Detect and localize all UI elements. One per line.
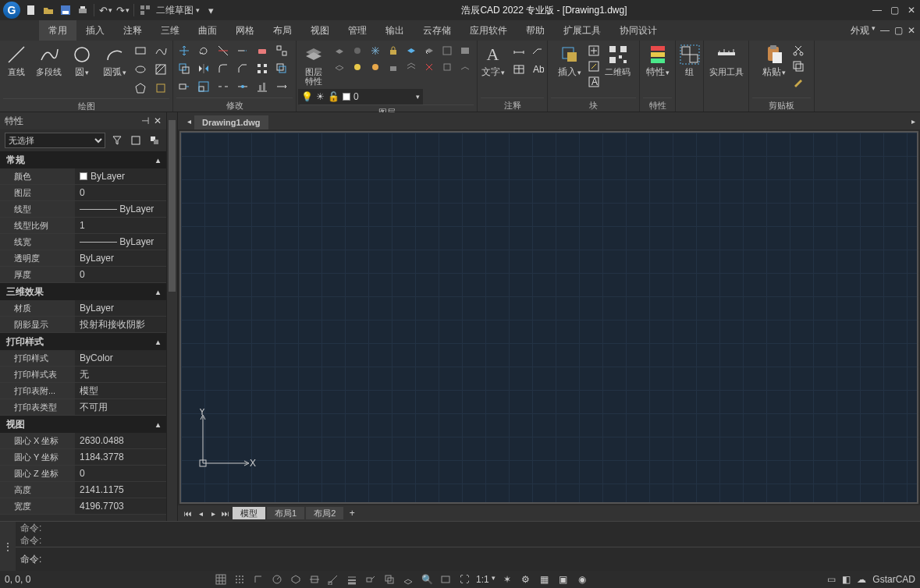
prop-value[interactable]: 2141.1175 (75, 482, 166, 498)
coordinates[interactable]: 0, 0, 0 (5, 574, 67, 585)
layer-prev-icon[interactable] (422, 44, 436, 58)
layer-off-icon[interactable] (350, 44, 364, 58)
copy-clip-icon[interactable] (791, 59, 805, 73)
prop-row[interactable]: 打印样式表无 (0, 367, 166, 383)
paste-button[interactable]: 粘贴▾ (758, 42, 790, 77)
dyn-toggle-icon[interactable] (364, 572, 378, 586)
prop-row[interactable]: 线型比例1 (0, 218, 166, 234)
layer-freeze-icon[interactable] (368, 44, 382, 58)
doc-tabs-next[interactable]: ▸ (911, 117, 915, 126)
prop-row[interactable]: 透明度ByLayer (0, 250, 166, 267)
create-block-icon[interactable] (587, 44, 601, 58)
layer-on-icon[interactable] (350, 60, 364, 74)
stretch-icon[interactable] (177, 80, 191, 94)
save-icon[interactable] (59, 4, 72, 16)
workspace-dropdown[interactable]: 二维草图▾ (156, 4, 200, 16)
doc-tabs-prev[interactable]: ◂ (187, 117, 191, 126)
close-button[interactable]: ✕ (906, 5, 917, 16)
polar-toggle-icon[interactable] (270, 572, 284, 586)
section-视图[interactable]: 视图▴ (0, 416, 166, 433)
layer-lock-icon[interactable] (386, 44, 400, 58)
tab-3d[interactable]: 三维 (151, 20, 189, 41)
prop-value[interactable]: ByLayer (75, 168, 166, 184)
rotate-icon[interactable] (197, 44, 211, 58)
layer-walk-icon[interactable] (440, 44, 454, 58)
section-三维效果[interactable]: 三维效果▴ (0, 283, 166, 300)
prop-row[interactable]: 宽度4196.7703 (0, 498, 166, 515)
section-打印样式[interactable]: 打印样式▴ (0, 333, 166, 350)
copy-icon[interactable] (177, 62, 191, 76)
spline-icon[interactable] (154, 44, 168, 58)
annovisible-icon[interactable]: ✶ (500, 572, 514, 586)
layout-last[interactable]: ⏭ (220, 509, 231, 518)
tab-insert[interactable]: 插入 (76, 20, 114, 41)
trim-icon[interactable] (216, 44, 230, 58)
prop-value[interactable]: 无 (75, 367, 166, 382)
tab-help[interactable]: 帮助 (517, 20, 554, 41)
fillet-icon[interactable] (216, 62, 230, 76)
layer-state-icon[interactable] (458, 44, 472, 58)
magnify-status-icon[interactable]: 🔍 (420, 572, 434, 586)
quick-select-icon[interactable] (110, 133, 124, 147)
print-icon[interactable] (76, 4, 89, 16)
open-icon[interactable] (42, 4, 55, 16)
prop-value[interactable]: ByLayer (75, 300, 166, 316)
cut-icon[interactable] (791, 44, 805, 58)
tab-manage[interactable]: 管理 (339, 20, 376, 41)
table-icon[interactable] (512, 62, 526, 76)
align-icon[interactable] (255, 80, 269, 94)
region-icon[interactable] (154, 81, 168, 95)
layout-tab-1[interactable]: 布局1 (267, 507, 304, 519)
prop-row[interactable]: 打印表附...模型 (0, 383, 166, 399)
selection-dropdown[interactable]: 无选择 (5, 133, 105, 148)
rect-icon[interactable] (133, 44, 147, 58)
attr-block-icon[interactable]: A (587, 75, 601, 89)
layout-tab-model[interactable]: 模型 (233, 507, 265, 519)
tab-view[interactable]: 视图 (301, 20, 339, 41)
doc-minimize[interactable]: — (880, 25, 890, 36)
layout-add[interactable]: + (345, 508, 359, 519)
layout-prev[interactable]: ◂ (195, 509, 206, 518)
prop-value[interactable]: 不可用 (75, 399, 166, 415)
tab-apps[interactable]: 应用软件 (460, 20, 517, 41)
text-button[interactable]: A文字▾ (478, 42, 509, 77)
hw-accel-icon[interactable]: ▣ (556, 572, 570, 586)
current-layer-dropdown[interactable]: 💡 ☀ 🔓 0 ▾ (298, 89, 423, 104)
grid-toggle-icon[interactable] (214, 572, 228, 586)
document-tab[interactable]: Drawing1.dwg (194, 115, 268, 129)
doc-close[interactable]: ✕ (908, 25, 915, 36)
ws-status-icon[interactable]: ▦ (538, 572, 552, 586)
line-button[interactable]: 直线 (1, 42, 32, 76)
prop-value[interactable]: 4196.7703 (75, 498, 166, 514)
undo-icon[interactable]: ↶▾ (99, 4, 112, 16)
app-logo[interactable]: G (3, 2, 20, 19)
chamfer-icon[interactable] (236, 62, 250, 76)
ortho-toggle-icon[interactable] (251, 572, 265, 586)
pline-button[interactable]: 多段线 (34, 42, 65, 76)
model-canvas[interactable]: Y X (179, 131, 918, 504)
otrack-toggle-icon[interactable] (326, 572, 340, 586)
layer-merge-icon[interactable] (404, 60, 418, 74)
layer-uniso-icon[interactable] (332, 60, 346, 74)
break-icon[interactable] (216, 80, 230, 94)
prop-row[interactable]: 打印样式ByColor (0, 350, 166, 367)
layer-change-icon[interactable] (458, 60, 472, 74)
prop-value[interactable]: 2630.0488 (75, 433, 166, 448)
layout-first[interactable]: ⏮ (183, 509, 194, 518)
leader-icon[interactable] (531, 44, 545, 58)
minimize-button[interactable]: — (872, 5, 883, 16)
layer-unlock-icon[interactable] (386, 60, 400, 74)
prop-value[interactable]: 1184.3778 (75, 449, 166, 465)
prop-value[interactable]: 0 (75, 267, 166, 282)
scale-display[interactable]: 1:1▾ (476, 574, 496, 585)
prop-value[interactable]: ———— ByLayer (75, 234, 166, 250)
circle-button[interactable]: 圆▾ (66, 42, 98, 77)
insert-block-button[interactable]: 插入▾ (554, 42, 585, 77)
appearance-button[interactable]: 外观▾ (851, 24, 876, 37)
group-button[interactable]: 组 (674, 42, 705, 76)
prop-row[interactable]: 厚度0 (0, 267, 166, 283)
extend-icon[interactable] (236, 44, 250, 58)
arc-button[interactable]: 圆弧▾ (99, 42, 130, 77)
prop-row[interactable]: 圆心 Y 坐标1184.3778 (0, 449, 166, 466)
workspace-icon[interactable] (139, 4, 151, 16)
